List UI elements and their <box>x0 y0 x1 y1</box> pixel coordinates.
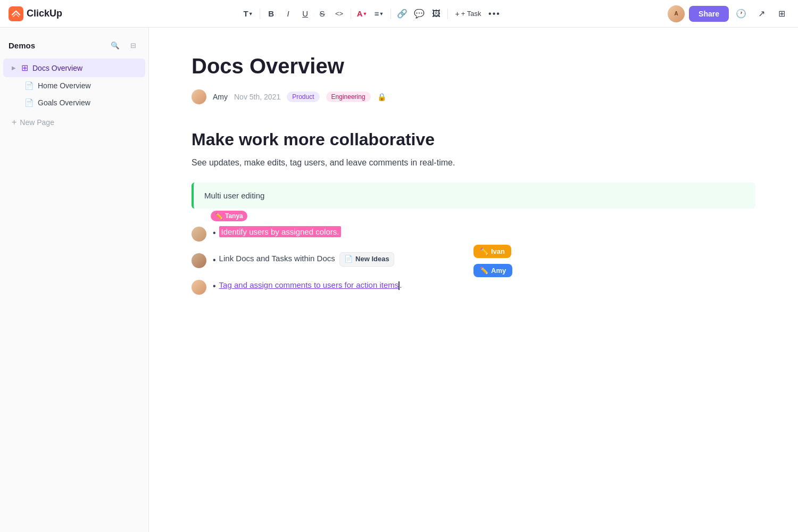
home-overview-icon: 📄 <box>24 81 34 90</box>
divider-2 <box>351 9 351 19</box>
new-page-button[interactable]: + New Page <box>3 113 145 131</box>
plus-icon: + <box>12 118 16 127</box>
divider-1 <box>260 9 260 19</box>
align-button[interactable]: ≡ ▼ <box>371 6 387 22</box>
lock-icon: 🔒 <box>377 93 386 101</box>
image-button[interactable]: 🖼 <box>428 6 444 22</box>
pencil-icon: ✏️ <box>480 247 488 255</box>
sidebar-item-label: Docs Overview <box>32 64 82 72</box>
docs-overview-icon: ⊞ <box>21 63 28 73</box>
divider-3 <box>390 9 391 19</box>
bullet-item-2: • Link Docs and Tasks within Docs 📄 New … <box>192 252 755 268</box>
sidebar-item-label: Home Overview <box>38 81 91 90</box>
logo[interactable]: ClickUp <box>9 6 62 21</box>
toolbar-center: T ▼ B I U S <> A ▼ ≡ ▼ 🔗 💬 🖼 + + Task ••… <box>77 6 666 22</box>
bold-button[interactable]: B <box>263 6 279 22</box>
text-format-button[interactable]: T ▼ <box>240 6 256 22</box>
ivan-avatar <box>192 253 206 268</box>
sidebar-search-button[interactable]: 🔍 <box>108 38 122 52</box>
bullet-list: ✏️ Tanya • Identify users by assigned co… <box>192 226 755 295</box>
app-name: ClickUp <box>27 8 62 19</box>
sidebar-item-home-overview[interactable]: 📄 Home Overview <box>3 77 145 94</box>
share-button[interactable]: Share <box>689 6 729 22</box>
main-content: Docs Overview Amy Nov 5th, 2021 Product … <box>149 28 798 532</box>
bullet-dot: • <box>213 255 216 265</box>
sidebar-header: Demos 🔍 ⊟ <box>0 36 148 59</box>
color-button[interactable]: A ▼ <box>354 6 370 22</box>
expand-button[interactable]: ↗ <box>753 6 769 22</box>
author-name: Amy <box>213 93 228 101</box>
pencil-icon: ✏️ <box>480 267 488 275</box>
goals-overview-icon: 📄 <box>24 98 34 107</box>
tag-product[interactable]: Product <box>287 92 319 102</box>
sidebar-collapse-button[interactable]: ⊟ <box>126 38 140 52</box>
doc-meta: Amy Nov 5th, 2021 Product Engineering 🔒 <box>192 89 755 104</box>
comment-button[interactable]: 💬 <box>411 6 427 22</box>
tag-engineering[interactable]: Engineering <box>326 92 371 102</box>
add-task-button[interactable]: + + Task <box>451 6 486 22</box>
main-layout: Demos 🔍 ⊟ ▶ ⊞ Docs Overview 📄 Home Overv… <box>0 28 798 532</box>
section-heading: Make work more collaborative <box>192 130 755 149</box>
doc-icon: 📄 <box>344 254 353 265</box>
strikethrough-button[interactable]: S <box>314 6 330 22</box>
doc-link-text: New Ideas <box>355 254 389 265</box>
logo-icon <box>9 6 23 21</box>
toolbar: ClickUp T ▼ B I U S <> A ▼ ≡ ▼ 🔗 💬 🖼 + +… <box>0 0 798 28</box>
highlighted-text-1: Identify users by assigned colors. <box>219 226 342 237</box>
code-button[interactable]: <> <box>331 6 347 22</box>
sidebar-item-docs-overview[interactable]: ▶ ⊞ Docs Overview <box>3 59 145 77</box>
sidebar-item-label: Goals Overview <box>38 98 90 107</box>
more-button[interactable]: ••• <box>487 6 503 22</box>
chevron-icon: ▶ <box>12 65 16 71</box>
bullet-text-2: Link Docs and Tasks within Docs 📄 New Id… <box>219 252 394 267</box>
bullet-text-3: Tag and assign comments to users for act… <box>219 279 402 292</box>
divider-4 <box>447 9 448 19</box>
bullet-dot: • <box>213 228 216 238</box>
tanya-cursor-label: ✏️ Tanya <box>211 211 247 221</box>
link-text[interactable]: Tag and assign comments to users for act… <box>219 280 399 289</box>
tanya-avatar <box>192 227 206 242</box>
user-avatar[interactable]: A <box>668 5 685 22</box>
plus-icon: + <box>455 10 460 18</box>
doc-date: Nov 5th, 2021 <box>234 93 280 101</box>
bullet-text-1: Identify users by assigned colors. <box>219 226 342 238</box>
link-button[interactable]: 🔗 <box>394 6 410 22</box>
workspace-title: Demos <box>9 41 35 50</box>
bullet-item-1: ✏️ Tanya • Identify users by assigned co… <box>192 226 755 242</box>
toolbar-right: A Share 🕐 ↗ ⊞ <box>668 5 789 22</box>
callout-block: Multi user editing <box>192 182 755 209</box>
trailing-text: . <box>400 280 402 289</box>
ivan-popup: ✏️ Ivan <box>473 245 511 258</box>
callout-text: Multi user editing <box>204 191 264 200</box>
history-button[interactable]: 🕐 <box>733 6 749 22</box>
doc-title: Docs Overview <box>192 53 755 79</box>
sidebar-header-icons: 🔍 ⊟ <box>108 38 140 52</box>
author-avatar <box>192 89 206 104</box>
bullet-item-3: • Tag and assign comments to users for a… <box>192 279 755 295</box>
underline-button[interactable]: U <box>297 6 313 22</box>
amy-avatar-bullet <box>192 280 206 295</box>
pencil-icon: ✏️ <box>215 212 223 220</box>
section-subtitle: See updates, make edits, tag users, and … <box>192 158 755 168</box>
sidebar-item-goals-overview[interactable]: 📄 Goals Overview <box>3 94 145 111</box>
bullet-dot: • <box>213 281 216 291</box>
layout-button[interactable]: ⊞ <box>774 6 789 22</box>
sidebar: Demos 🔍 ⊟ ▶ ⊞ Docs Overview 📄 Home Overv… <box>0 28 149 532</box>
italic-button[interactable]: I <box>280 6 296 22</box>
amy-popup: ✏️ Amy <box>473 264 512 277</box>
doc-link-badge[interactable]: 📄 New Ideas <box>339 252 394 267</box>
